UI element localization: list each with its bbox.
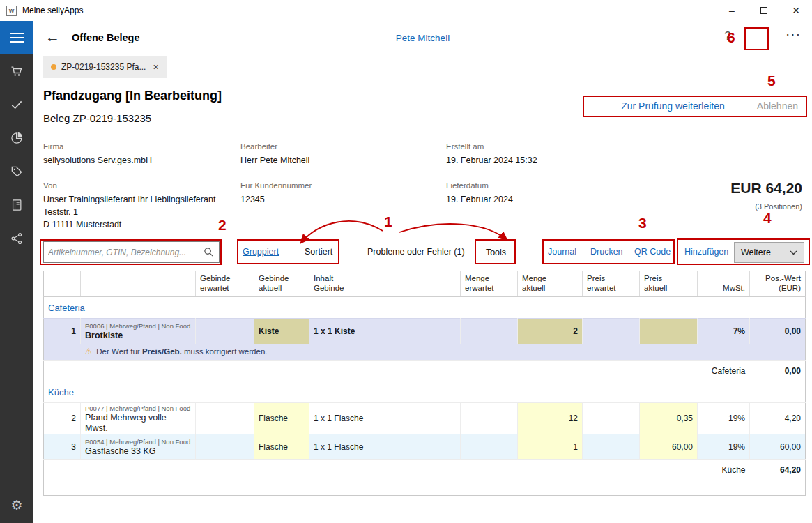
tab-close-icon[interactable]: × <box>153 61 158 73</box>
document-total: EUR 64,20 <box>730 180 802 197</box>
table-row[interactable]: 3 P0054 | Mehrweg/Pfand | Non Food Gasfl… <box>44 434 806 460</box>
validation-warning-row: ⚠Der Wert für Preis/Geb. muss korrigiert… <box>44 344 806 361</box>
search-box[interactable] <box>43 241 220 263</box>
annotation-number-2: 2 <box>218 217 227 234</box>
table-spacer <box>44 480 806 496</box>
preis-erwartet-cell <box>583 434 640 460</box>
reject-button[interactable]: Ablehnen <box>757 100 798 112</box>
sidebar-item-orders[interactable] <box>0 54 33 88</box>
app-icon: W <box>6 6 17 16</box>
sidebar-item-statistics[interactable] <box>0 121 33 155</box>
window-title: Meine sellyApps <box>22 6 83 15</box>
qr-code-link[interactable]: QR Code <box>634 247 671 257</box>
table-row[interactable]: 2 P0077 | Mehrweg/Pfand | Non Food Pfand… <box>44 403 806 434</box>
share-nodes-icon <box>10 232 24 245</box>
mwst-cell: 7% <box>698 319 750 344</box>
gear-icon: ⚙ <box>10 499 22 512</box>
field-erstellt-am: Erstellt am 19. Februar 2024 15:32 <box>446 142 537 167</box>
field-label: Erstellt am <box>446 142 537 151</box>
app-bar: ← Offene Belege Pete Mitchell ? ··· <box>33 21 812 56</box>
gebinde-aktuell-cell[interactable]: Flasche <box>254 434 309 460</box>
field-value: sellysolutions Serv.ges.mbH <box>43 154 152 167</box>
col-header-gebinde-aktuell[interactable]: Gebindeaktuell <box>254 271 309 297</box>
table-row[interactable]: 1 P0006 | Mehrweg/Pfand | Non Food Brotk… <box>44 319 806 344</box>
supplier-line-2: Teststr. 1 <box>43 206 215 218</box>
col-header-pos-wert[interactable]: Pos.-Wert(EUR) <box>750 271 806 297</box>
article-name: Brotkiste <box>85 331 191 341</box>
gebinde-aktuell-cell[interactable]: Flasche <box>254 403 309 434</box>
hinzufuegen-link[interactable]: Hinzufügen <box>684 247 728 257</box>
gruppiert-toggle[interactable]: Gruppiert <box>243 247 279 257</box>
col-header-empty <box>44 271 81 297</box>
hamburger-icon <box>10 33 24 34</box>
inhalt-cell: 1 x 1 Flasche <box>309 434 461 460</box>
field-label: Firma <box>43 142 152 151</box>
weitere-dropdown[interactable]: Weitere <box>734 242 804 263</box>
col-header-preis-aktuell[interactable]: Preisaktuell <box>640 271 698 297</box>
tools-button[interactable]: Tools <box>480 243 512 262</box>
chevron-down-icon <box>790 250 797 255</box>
warning-text: Der Wert für <box>96 347 142 356</box>
unsaved-dot-icon <box>51 64 56 70</box>
col-header-menge-erwartet[interactable]: Mengeerwartet <box>461 271 518 297</box>
sidebar-item-tasks[interactable] <box>0 88 33 121</box>
more-menu-button[interactable]: ··· <box>786 26 801 42</box>
article-cell: P0077 | Mehrweg/Pfand | Non Food Pfand M… <box>81 403 196 434</box>
subtotal-label: Küche <box>698 460 750 480</box>
journal-link[interactable]: Journal <box>548 247 576 257</box>
annotation-number-4: 4 <box>763 210 772 227</box>
tab-document[interactable]: ZP-0219-153235 Pfa... × <box>43 56 167 78</box>
menge-erwartet-cell <box>461 319 518 344</box>
preis-erwartet-cell <box>583 319 640 344</box>
sortiert-toggle[interactable]: Sortiert <box>305 247 332 257</box>
book-icon <box>10 198 24 212</box>
gebinde-aktuell-cell[interactable]: Kiste <box>254 319 309 344</box>
pos-wert-cell: 60,00 <box>750 434 806 460</box>
preis-aktuell-cell[interactable]: 60,00 <box>640 434 698 460</box>
sidebar-item-share[interactable] <box>0 222 33 255</box>
col-header-menge-aktuell[interactable]: Mengeaktuell <box>518 271 583 297</box>
help-button[interactable]: ? <box>717 29 738 43</box>
sidebar-item-journal[interactable] <box>0 188 33 222</box>
preis-aktuell-cell[interactable] <box>640 319 698 344</box>
close-button[interactable]: ✕ <box>780 0 812 21</box>
col-header-inhalt-gebinde[interactable]: InhaltGebinde <box>309 271 461 297</box>
article-name: Pfand Mehrweg volle Mwst. <box>85 413 191 434</box>
field-lieferdatum: Lieferdatum 19. Februar 2024 <box>446 181 513 206</box>
annotation-number-3: 3 <box>638 215 647 232</box>
row-number: 2 <box>44 403 81 434</box>
field-bearbeiter: Bearbeiter Herr Pete Mitchell <box>240 142 309 167</box>
inhalt-cell: 1 x 1 Kiste <box>309 319 461 344</box>
positions-toolbar: Gruppiert Sortiert Probleme oder Fehler … <box>0 241 812 265</box>
col-header-gebinde-erwartet[interactable]: Gebindeerwartet <box>196 271 254 297</box>
table-header-row: Gebindeerwartet Gebindeaktuell InhaltGeb… <box>44 271 806 297</box>
minimize-button[interactable]: – <box>716 0 748 21</box>
menge-erwartet-cell <box>461 403 518 434</box>
menge-aktuell-cell[interactable]: 1 <box>518 434 583 460</box>
group-subtotal-row: Küche 64,20 <box>44 460 806 480</box>
problems-filter[interactable]: Probleme oder Fehler (1) <box>367 247 465 257</box>
preis-aktuell-cell[interactable]: 0,35 <box>640 403 698 434</box>
sidebar-item-settings[interactable]: ⚙ <box>0 488 33 522</box>
tab-label: ZP-0219-153235 Pfa... <box>61 62 146 72</box>
window-controls: – ✕ <box>716 0 812 21</box>
row-number: 3 <box>44 434 81 460</box>
drucken-link[interactable]: Drucken <box>590 247 623 257</box>
col-header-mwst[interactable]: MwSt. <box>698 271 750 297</box>
col-header-preis-erwartet[interactable]: Preiserwartet <box>583 271 640 297</box>
maximize-button[interactable] <box>748 0 780 21</box>
group-header-kueche: Küche <box>44 381 806 403</box>
search-input[interactable] <box>44 248 204 257</box>
group-header-cafeteria: Cafeteria <box>44 297 806 319</box>
menu-button[interactable] <box>0 21 33 54</box>
document-number: Beleg ZP-0219-153235 <box>43 112 151 124</box>
sidebar-item-prices[interactable] <box>0 155 33 188</box>
group-subtotal-row: Cafeteria 0,00 <box>44 361 806 381</box>
current-user-link[interactable]: Pete Mitchell <box>33 33 812 43</box>
article-code: P0077 | Mehrweg/Pfand | Non Food <box>85 404 191 413</box>
menge-aktuell-cell[interactable]: 12 <box>518 403 583 434</box>
field-firma: Firma sellysolutions Serv.ges.mbH <box>43 142 152 167</box>
menge-aktuell-cell[interactable]: 2 <box>518 319 583 344</box>
field-label: Bearbeiter <box>240 142 309 151</box>
forward-for-review-button[interactable]: Zur Prüfung weiterleiten <box>621 100 725 112</box>
